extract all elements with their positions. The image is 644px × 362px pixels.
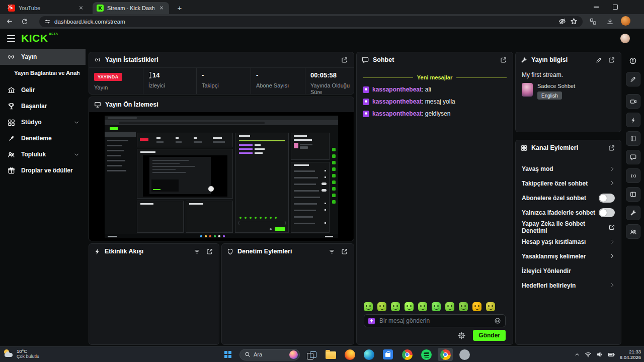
chat-username[interactable]: kassaponthebeat bbox=[372, 98, 422, 105]
taskbar-app-chrome[interactable] bbox=[399, 348, 415, 361]
user-badge-icon bbox=[363, 99, 369, 105]
chat-panel: Sohbet Yeni mesajlar kassaponthebeat: al… bbox=[356, 52, 513, 345]
window-maximize-button[interactable] bbox=[606, 0, 625, 14]
new-tab-button[interactable]: + bbox=[175, 3, 185, 13]
battery-icon[interactable] bbox=[608, 351, 615, 358]
browser-tab-kick-dashboard[interactable]: K Stream - Kick Dashboard bbox=[93, 2, 169, 14]
stream-rail-button[interactable] bbox=[626, 168, 640, 183]
volume-icon[interactable] bbox=[596, 351, 603, 358]
taskbar-app-store[interactable] bbox=[380, 348, 395, 361]
star-icon[interactable] bbox=[570, 18, 578, 25]
window-minimize-button[interactable] bbox=[587, 0, 606, 14]
sidebar-item-yayin-baglantisi[interactable]: Yayın Bağlantısı ve Anahtarı bbox=[0, 65, 86, 81]
filter-icon[interactable] bbox=[328, 247, 336, 256]
expand-icon[interactable] bbox=[607, 56, 616, 64]
sidebar-item-topluluk[interactable]: Topluluk bbox=[0, 146, 86, 162]
kick-logo[interactable]: KICKBETA bbox=[21, 32, 58, 44]
sidebar-item-basarilar[interactable]: Başarılar bbox=[0, 98, 86, 114]
taskbar-search[interactable]: Ara bbox=[239, 349, 300, 360]
tab-groups-icon[interactable] bbox=[588, 16, 598, 27]
chat-input[interactable] bbox=[378, 317, 491, 325]
chat-username[interactable]: kassaponthebeat bbox=[372, 86, 422, 93]
taskbar-app-file-explorer[interactable] bbox=[323, 348, 338, 361]
emote-icon[interactable] bbox=[418, 302, 427, 311]
emote-icon[interactable] bbox=[364, 302, 373, 311]
reload-icon[interactable] bbox=[19, 16, 30, 27]
menu-icon[interactable] bbox=[7, 35, 15, 42]
action-emotes-only[interactable]: Yalnızca ifadelerle sohbet bbox=[516, 205, 621, 220]
taskbar-app-other[interactable] bbox=[457, 348, 472, 361]
category-name[interactable]: Sadece Sohbet bbox=[537, 83, 575, 89]
expand-icon[interactable] bbox=[205, 247, 214, 256]
action-subscribers-only[interactable]: Abonelere özel sohbet bbox=[516, 191, 621, 205]
emote-icon[interactable] bbox=[391, 302, 400, 311]
user-avatar[interactable] bbox=[620, 34, 630, 43]
action-host-viewers[interactable]: İzleyici Yönlendir bbox=[516, 263, 621, 278]
taskbar-weather[interactable]: 10°C Çok bulutlu bbox=[4, 348, 39, 359]
emote-icon[interactable] bbox=[432, 302, 441, 311]
expand-icon[interactable] bbox=[340, 56, 349, 64]
tools-rail-button[interactable] bbox=[626, 206, 640, 220]
chevron-up-icon[interactable] bbox=[574, 351, 580, 357]
expand-icon[interactable] bbox=[607, 144, 616, 152]
taskbar-clock[interactable]: 21:33 8.04.2026 bbox=[620, 349, 641, 360]
browser-profile-avatar[interactable] bbox=[621, 16, 630, 26]
taskbar-app-firefox[interactable] bbox=[342, 348, 357, 361]
emote-icon[interactable] bbox=[445, 302, 454, 311]
action-set-goals[interactable]: Hedefleri belirleyin bbox=[516, 278, 621, 293]
sidebar-item-studyo[interactable]: Stüdyo bbox=[0, 114, 86, 130]
toggle-off[interactable] bbox=[599, 208, 615, 217]
notes-rail-button[interactable] bbox=[626, 131, 640, 146]
layout-rail-button[interactable] bbox=[626, 187, 640, 202]
emote-icon[interactable] bbox=[405, 302, 414, 311]
action-ai-moderation[interactable]: Yapay Zeka ile Sohbet Denetimi bbox=[516, 220, 621, 234]
weather-condition: Çok bulutlu bbox=[17, 354, 39, 359]
pencil-icon[interactable] bbox=[595, 56, 603, 64]
wifi-icon[interactable] bbox=[585, 351, 592, 358]
grid-icon bbox=[521, 145, 527, 151]
emote-icon[interactable] bbox=[472, 302, 481, 311]
action-banned-words[interactable]: Yasaklanmış kelimeler bbox=[516, 249, 621, 263]
tab-close-icon[interactable] bbox=[77, 5, 85, 12]
filter-icon[interactable] bbox=[193, 247, 201, 256]
layout-icon bbox=[630, 191, 636, 198]
activity-feed-panel: Etkinlik Akışı bbox=[89, 243, 219, 345]
emote-icon[interactable] bbox=[459, 302, 468, 311]
back-icon[interactable] bbox=[4, 16, 15, 27]
eye-off-icon[interactable] bbox=[558, 18, 566, 25]
info-icon[interactable] bbox=[626, 54, 639, 67]
community-rail-button[interactable] bbox=[626, 224, 640, 239]
sidebar-item-droplar[interactable]: Droplar ve ödüller bbox=[0, 162, 86, 178]
toggle-off[interactable] bbox=[599, 194, 615, 203]
taskbar-app-chrome-active[interactable] bbox=[438, 348, 453, 361]
smiley-icon[interactable] bbox=[494, 317, 501, 324]
emote-icon[interactable] bbox=[377, 302, 386, 311]
action-followers-only[interactable]: Takipçilere özel sohbet bbox=[516, 176, 621, 191]
camera-rail-button[interactable] bbox=[626, 94, 640, 109]
chat-rail-button[interactable] bbox=[626, 150, 640, 164]
action-label: Yasaklanmış kelimeler bbox=[522, 253, 586, 260]
window-close-button[interactable] bbox=[0, 0, 19, 14]
chat-username[interactable]: kassaponthebeat bbox=[372, 110, 422, 117]
gear-icon[interactable] bbox=[458, 332, 465, 339]
taskbar-app-task-view[interactable] bbox=[304, 348, 319, 361]
sidebar-item-denetleme[interactable]: Denetleme bbox=[0, 130, 86, 146]
start-button[interactable] bbox=[220, 348, 235, 361]
download-icon[interactable] bbox=[605, 16, 615, 27]
tab-close-icon[interactable] bbox=[158, 5, 165, 12]
expand-icon[interactable] bbox=[340, 247, 349, 256]
category-thumbnail[interactable] bbox=[522, 83, 533, 97]
address-bar[interactable]: dashboard.kick.com/stream bbox=[39, 16, 583, 27]
send-button[interactable]: Gönder bbox=[473, 330, 506, 341]
sidebar-item-gelir[interactable]: Gelir bbox=[0, 82, 86, 98]
taskbar-app-spotify[interactable] bbox=[419, 348, 434, 361]
sidebar-item-yayin[interactable]: Yayın bbox=[0, 49, 86, 65]
weather-temp: 10°C bbox=[17, 348, 39, 354]
edit-rail-button[interactable] bbox=[626, 72, 640, 86]
emote-icon[interactable] bbox=[486, 302, 495, 311]
activity-rail-button[interactable] bbox=[626, 113, 640, 127]
action-slow-mode[interactable]: Yavaş mod bbox=[516, 161, 621, 176]
action-account-age[interactable]: Hesap yaşı kısıtlaması bbox=[516, 234, 621, 249]
taskbar-app-edge[interactable] bbox=[361, 348, 376, 361]
expand-icon[interactable] bbox=[499, 56, 508, 64]
